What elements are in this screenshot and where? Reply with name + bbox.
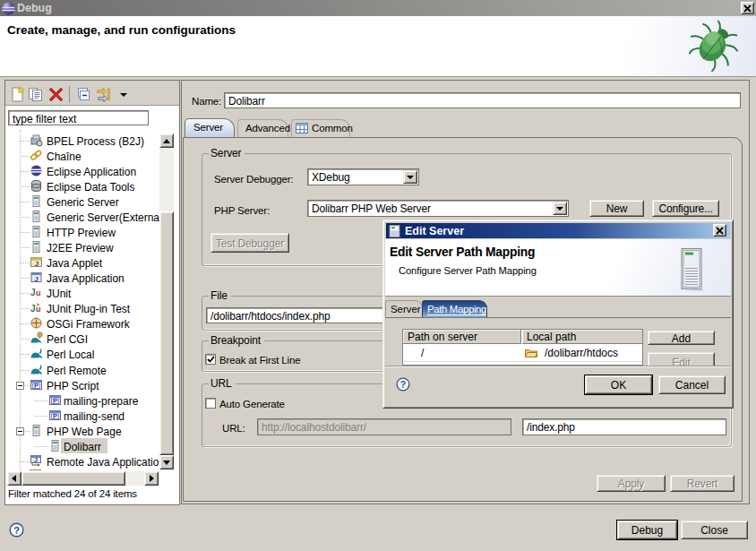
svg-text:J: J (34, 457, 38, 463)
svg-text:u: u (36, 288, 41, 297)
svg-text:P: P (34, 382, 39, 390)
svg-text:J: J (35, 260, 39, 268)
svg-text:J: J (30, 288, 36, 297)
svg-text:J: J (30, 304, 36, 314)
svg-text:u: u (36, 305, 41, 314)
svg-text:J: J (34, 275, 38, 283)
svg-text:P: P (53, 412, 57, 420)
svg-text:P: P (53, 397, 57, 405)
svg-text:?: ? (13, 525, 20, 536)
svg-text:?: ? (400, 380, 406, 390)
